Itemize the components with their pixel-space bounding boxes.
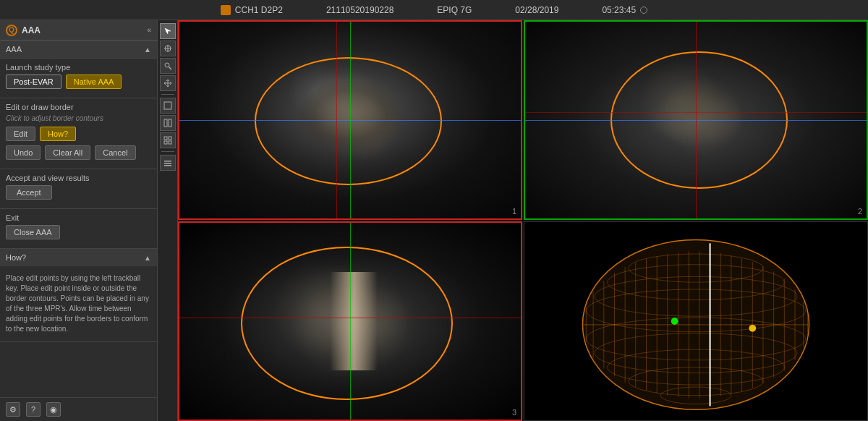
3d-rendering (524, 222, 867, 420)
aaa-section-header[interactable]: AAA ▲ (0, 41, 157, 58)
study-id-value: 21110520190228 (326, 5, 393, 15)
exit-section: Exit Close AAA (0, 209, 157, 249)
undo-button[interactable]: Undo (6, 145, 41, 160)
svg-line-4 (169, 67, 171, 70)
q-logo: Q (6, 25, 17, 36)
main-layout: Q AAA « AAA ▲ Launch study type Post-EVA… (0, 20, 868, 421)
header-time: 05:23:45 (602, 5, 647, 15)
launch-study-section: Launch study type Post-EVAR Native AAA (0, 59, 157, 98)
patient-id: CCH1 D2P2 (235, 5, 283, 15)
grid2-tool[interactable] (160, 115, 176, 131)
crosshair-h-red-2 (525, 112, 867, 113)
date-value: 02/28/2019 (515, 5, 558, 15)
zoom-tool[interactable] (160, 58, 176, 74)
header-study-id: 21110520190228 (326, 5, 393, 15)
edit-border-section: Edit or draw border Click to adjust bord… (0, 98, 157, 169)
settings-tool[interactable] (160, 155, 176, 171)
help-icon: ? (31, 405, 35, 414)
header-device: EPIQ 7G (437, 5, 472, 15)
svg-rect-7 (169, 119, 171, 127)
aaa-collapse-icon: ▲ (144, 46, 151, 54)
tool-separator-1 (161, 94, 174, 95)
accept-button[interactable]: Accept (6, 185, 52, 200)
toolstrip (158, 20, 178, 421)
cancel-button[interactable]: Cancel (95, 145, 135, 160)
arrow-tool[interactable] (160, 23, 176, 39)
record-indicator (640, 7, 647, 14)
svg-rect-5 (164, 102, 171, 109)
device-name: EPIQ 7G (437, 5, 472, 15)
svg-rect-11 (169, 141, 171, 144)
collapse-button[interactable]: « (147, 26, 151, 34)
crosshair-v-red-1 (336, 22, 337, 218)
edit-border-body: Edit or draw border Click to adjust bord… (0, 98, 157, 169)
tool-separator-2 (161, 151, 174, 152)
edit-button[interactable]: Edit (6, 127, 35, 141)
launch-study-buttons: Post-EVAR Native AAA (6, 75, 151, 89)
sidebar-bottom-toolbar: ⚙ ? ◉ (0, 397, 157, 421)
native-aaa-button[interactable]: Native AAA (66, 75, 122, 89)
accept-body: Accept and view results Accept (0, 169, 157, 208)
pan-tool[interactable] (160, 75, 176, 91)
grid3-tool[interactable] (160, 132, 176, 148)
launch-study-label: Launch study type (6, 63, 151, 72)
panel-3[interactable]: 3 (178, 221, 522, 421)
panel-1[interactable]: 1 (178, 20, 522, 220)
how-section: How? ▲ Place edit points by using the le… (0, 249, 157, 342)
svg-rect-9 (169, 137, 171, 140)
clear-all-button[interactable]: Clear All (45, 145, 90, 160)
svg-rect-13 (164, 163, 171, 164)
how-section-label: How? (6, 253, 26, 262)
panel-4-3d[interactable] (524, 221, 868, 421)
edit-border-label: Edit or draw border (6, 103, 151, 111)
sidebar-title-text: AAA (22, 25, 41, 35)
header-bar: CCH1 D2P2 21110520190228 EPIQ 7G 02/28/2… (0, 0, 868, 20)
crosshair-v-2 (696, 22, 697, 218)
accept-button-row: Accept (6, 185, 151, 200)
patient-icon (221, 5, 231, 15)
panel-2[interactable]: 2 (524, 20, 868, 220)
exit-label: Exit (6, 213, 151, 222)
crosshair-tool[interactable] (160, 41, 176, 56)
edit-border-sublabel: Click to adjust border contours (6, 114, 151, 122)
record-icon: ◉ (50, 405, 57, 414)
crosshair-v-3 (350, 223, 351, 420)
exit-button-row: Close AAA (6, 225, 151, 239)
header-date: 02/28/2019 (515, 5, 558, 15)
how-text: Place edit points by using the left trac… (6, 271, 151, 337)
accept-label: Accept and view results (6, 174, 151, 182)
settings-icon: ⚙ (9, 405, 17, 414)
record-button[interactable]: ◉ (46, 402, 61, 417)
sidebar-title-row: Q AAA (6, 25, 41, 36)
panel-1-number: 1 (512, 207, 516, 216)
help-button[interactable]: ? (26, 402, 41, 417)
panel-3-number: 3 (512, 408, 516, 417)
how-section-body: Place edit points by using the left trac… (0, 266, 157, 341)
svg-point-51 (749, 325, 756, 332)
sidebar-content: AAA ▲ Launch study type Post-EVAR Native… (0, 41, 157, 397)
svg-rect-10 (164, 141, 167, 144)
settings-button[interactable]: ⚙ (6, 402, 20, 417)
grid1-tool[interactable] (160, 98, 176, 114)
time-value: 05:23:45 (602, 5, 636, 15)
launch-study-body: Launch study type Post-EVAR Native AAA (0, 59, 157, 98)
header-patient-info: CCH1 D2P2 (221, 5, 283, 15)
edit-border-buttons: Edit How? (6, 127, 151, 141)
how-button[interactable]: How? (40, 127, 76, 141)
image-area: 1 2 3 (178, 20, 868, 421)
svg-point-3 (165, 63, 169, 67)
accept-section: Accept and view results Accept (0, 169, 157, 209)
exit-body: Exit Close AAA (0, 209, 157, 248)
sidebar-header: Q AAA « (0, 20, 157, 41)
post-evar-button[interactable]: Post-EVAR (6, 75, 61, 89)
crosshair-v-1 (350, 22, 351, 218)
close-aaa-button[interactable]: Close AAA (6, 225, 60, 239)
svg-rect-6 (164, 119, 167, 127)
aaa-section-label: AAA (6, 45, 22, 54)
svg-rect-14 (164, 165, 171, 166)
svg-rect-12 (164, 161, 171, 162)
how-section-header[interactable]: How? ▲ (0, 249, 157, 266)
sidebar: Q AAA « AAA ▲ Launch study type Post-EVA… (0, 20, 158, 421)
panel-2-number: 2 (858, 207, 862, 216)
svg-point-50 (671, 318, 678, 325)
